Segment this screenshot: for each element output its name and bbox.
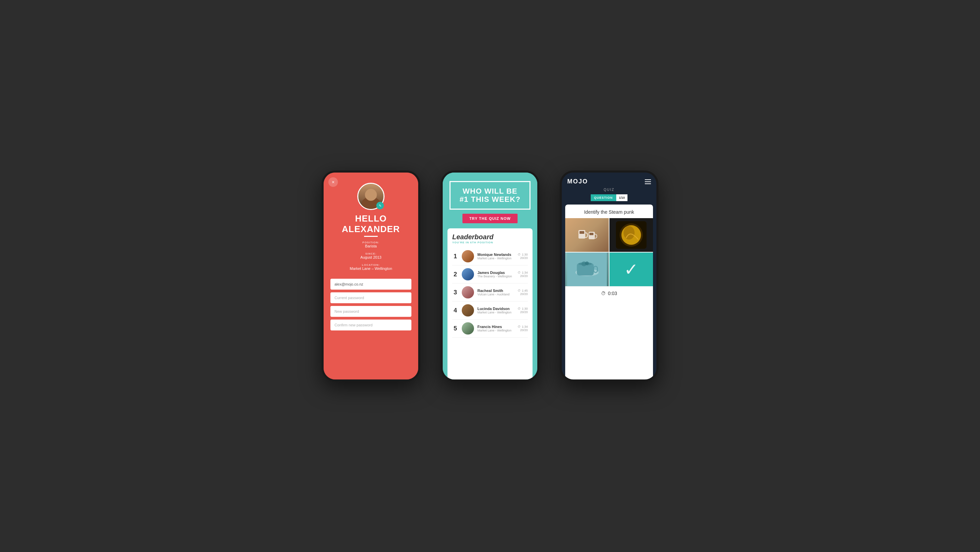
rank-1: 1 <box>452 253 458 260</box>
tea-illustration <box>565 253 609 286</box>
lb-score-3: ⏱1:45 20/20 <box>517 289 528 296</box>
quiz-image-4[interactable]: ✓ <box>609 253 653 286</box>
new-password-input[interactable] <box>331 306 411 317</box>
confirm-password-input[interactable] <box>331 320 411 331</box>
location-label: LOCATION: <box>350 263 392 266</box>
lb-score-5: ⏱1:34 20/20 <box>517 325 528 332</box>
list-item: 2 James Douglas The Beanery - Wellington… <box>452 266 528 283</box>
profile-phone: × ✎ HELLO ALEXANDER POSITION: Barista SI… <box>321 170 420 382</box>
location-info: LOCATION: Market Lane – Wellington <box>350 263 392 273</box>
form-fields: alex@mojo.co.nz <box>331 279 411 331</box>
lb-info-5: Francis Hines Market Lane - Wellington <box>477 325 514 332</box>
checkmark-icon: ✓ <box>624 260 638 279</box>
position-value: Barista <box>363 244 379 248</box>
lb-info-1: Monique Newlands Market Lane - Wellingto… <box>477 253 514 260</box>
timer-value: 0:03 <box>608 291 617 296</box>
position-info: POSITION: Barista <box>363 241 379 250</box>
close-button[interactable]: × <box>328 177 338 187</box>
coffee-illustration-1 <box>573 221 601 249</box>
rank-2: 2 <box>452 271 458 278</box>
lb-score-1: ⏱1:30 20/20 <box>517 253 528 260</box>
rank-5: 5 <box>452 325 458 332</box>
quiz-image-grid: ✓ <box>565 218 653 286</box>
svg-point-7 <box>624 226 635 240</box>
list-item: 4 Lucinda Davidson Market Lane - Welling… <box>452 302 528 320</box>
lb-info-3: Racheal Smith Vulcan Lane - Auckland <box>477 289 514 296</box>
since-value: August 2013 <box>360 255 382 259</box>
try-quiz-button[interactable]: TRY THE QUIZ NOW <box>463 214 517 223</box>
svg-point-14 <box>585 261 589 265</box>
question-text: Identify the Steam punk <box>565 205 653 218</box>
leaderboard-section: Leaderboard YOU'RE IN 6TH POSITION 1 Mon… <box>447 228 533 379</box>
since-info: SINCE: August 2013 <box>360 252 382 261</box>
hamburger-line-1 <box>645 179 651 180</box>
quiz-phone: MOJO QUIZ QUESTION 1/10 Identify the Ste… <box>560 170 659 382</box>
screens-container: × ✎ HELLO ALEXANDER POSITION: Barista SI… <box>321 170 659 382</box>
email-field[interactable]: alex@mojo.co.nz <box>331 279 411 290</box>
hamburger-line-3 <box>645 183 651 184</box>
question-header: QUESTION 1/10 <box>562 194 656 201</box>
profile-screen: × ✎ HELLO ALEXANDER POSITION: Barista SI… <box>324 173 418 379</box>
avatar-3 <box>462 286 474 299</box>
avatar-4 <box>462 304 474 317</box>
question-number: 1/10 <box>616 194 628 201</box>
mojo-logo: MOJO <box>567 178 588 185</box>
list-item: 5 Francis Hines Market Lane - Wellington… <box>452 320 528 337</box>
since-label: SINCE: <box>360 252 382 255</box>
edit-avatar-button[interactable]: ✎ <box>376 202 384 209</box>
hero-title: WHO WILL BE#1 THIS WEEK? <box>455 187 525 204</box>
rank-3: 3 <box>452 289 458 296</box>
lb-info-4: Lucinda Davidson Market Lane - Wellingto… <box>477 307 514 314</box>
timer-icon: ⏱ <box>601 291 606 296</box>
rank-4: 4 <box>452 307 458 314</box>
quiz-image-2[interactable] <box>609 218 653 252</box>
position-label: POSITION: <box>363 241 379 244</box>
list-item: 3 Racheal Smith Vulcan Lane - Auckland ⏱… <box>452 283 528 302</box>
greeting-text: HELLO ALEXANDER <box>331 213 411 234</box>
quiz-screen: MOJO QUIZ QUESTION 1/10 Identify the Ste… <box>562 173 656 379</box>
hero-box: WHO WILL BE#1 THIS WEEK? <box>450 181 530 210</box>
location-value: Market Lane – Wellington <box>350 266 392 270</box>
quiz-timer: ⏱ 0:03 <box>565 286 653 300</box>
hero-banner: WHO WILL BE#1 THIS WEEK? TRY THE QUIZ NO… <box>443 173 537 228</box>
leaderboard-title: Leaderboard <box>452 233 528 241</box>
avatar-5 <box>462 322 474 334</box>
coffee-cups-decoration <box>565 218 609 252</box>
quiz-header: MOJO <box>562 173 656 188</box>
name-underline <box>364 236 378 237</box>
latte-illustration <box>609 218 653 252</box>
current-password-input[interactable] <box>331 292 411 303</box>
list-item: 1 Monique Newlands Market Lane - Welling… <box>452 247 528 266</box>
hamburger-menu[interactable] <box>645 179 651 184</box>
avatar-2 <box>462 268 474 280</box>
avatar-1 <box>462 250 474 262</box>
leaderboard-subtitle: YOU'RE IN 6TH POSITION <box>452 241 528 244</box>
leaderboard-screen: WHO WILL BE#1 THIS WEEK? TRY THE QUIZ NO… <box>443 173 537 379</box>
svg-rect-3 <box>589 233 593 235</box>
quiz-section-label: QUIZ <box>562 188 656 192</box>
quiz-image-1[interactable] <box>565 218 609 252</box>
avatar-container: ✎ <box>357 183 385 210</box>
question-label: QUESTION <box>591 194 616 201</box>
quiz-image-3[interactable] <box>565 253 609 286</box>
leaderboard-phone: WHO WILL BE#1 THIS WEEK? TRY THE QUIZ NO… <box>441 170 539 382</box>
svg-rect-1 <box>579 231 584 234</box>
hamburger-line-2 <box>645 181 651 182</box>
lb-info-2: James Douglas The Beanery - Wellington <box>477 270 514 278</box>
lb-score-4: ⏱1:30 20/20 <box>517 307 528 314</box>
lb-score-2: ⏱1:34 20/20 <box>517 271 528 278</box>
quiz-content: Identify the Steam punk <box>565 205 653 379</box>
